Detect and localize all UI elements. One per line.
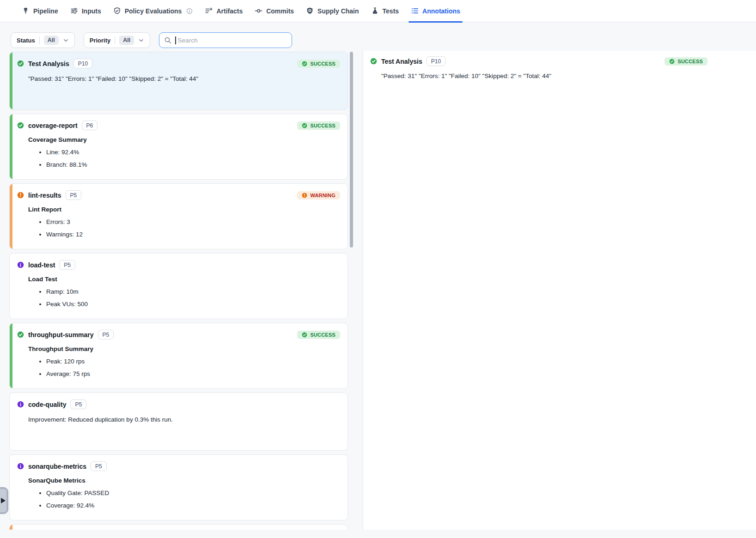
annotation-card[interactable]: load-testP5Load TestRamp: 10mPeak VUs: 5…: [9, 253, 348, 319]
check-circle-icon: [17, 331, 24, 338]
priority-filter-dropdown[interactable]: Priority All: [84, 32, 151, 48]
tab-commits[interactable]: Commits: [249, 0, 300, 22]
chevron-down-icon: [138, 37, 144, 43]
tab-tests[interactable]: Tests: [365, 0, 405, 22]
tab-supply-chain[interactable]: Supply Chain: [300, 0, 365, 22]
bullet-item: Branch: 88.1%: [46, 161, 340, 169]
annotation-card-header: throughput-summaryP5SUCCESS: [17, 330, 340, 339]
annotations-icon: [411, 7, 419, 15]
priority-badge: P5: [59, 260, 75, 270]
inputs-icon: [70, 7, 78, 15]
annotation-bullets: Ramp: 10mPeak VUs: 500: [28, 288, 340, 308]
tab-label: Tests: [383, 7, 399, 15]
check-circle-icon: [370, 58, 377, 65]
tab-label: Supply Chain: [317, 7, 359, 15]
list-plus-icon: [205, 7, 213, 15]
annotation-card[interactable]: quality-gatesP5WARNINGQuality Gates: [9, 524, 348, 530]
bullet-item: Line: 92.4%: [46, 148, 340, 157]
annotation-card-body: "Passed: 31" "Errors: 1" "Failed: 10" "S…: [28, 74, 340, 84]
scrollbar-thumb[interactable]: [350, 52, 353, 248]
bullet-item: Peak VUs: 500: [46, 300, 340, 308]
status-filter-value: All: [44, 36, 59, 45]
annotation-card-header: sonarqube-metricsP5: [17, 461, 340, 471]
annotation-card[interactable]: throughput-summaryP5SUCCESSThroughput Su…: [9, 323, 348, 389]
annotation-card[interactable]: coverage-reportP6SUCCESSCoverage Summary…: [9, 114, 348, 180]
warning-circle-icon: [17, 192, 24, 199]
annotation-card[interactable]: sonarqube-metricsP5SonarQube MetricsQual…: [9, 454, 348, 520]
shield-check-icon: [113, 7, 121, 15]
tab-inputs[interactable]: Inputs: [64, 0, 107, 22]
detail-body: "Passed: 31" "Errors: 1" "Failed: 10" "S…: [381, 72, 749, 81]
annotation-card-body: Load TestRamp: 10mPeak VUs: 500: [28, 276, 340, 308]
annotation-bullets: Peak: 120 rpsAverage: 75 rps: [28, 357, 340, 378]
status-filter-dropdown[interactable]: Status All: [11, 32, 75, 48]
annotation-detail-panel: Test Analysis P10 SUCCESS "Passed: 31" "…: [363, 51, 756, 530]
annotation-card-header: coverage-reportP6SUCCESS: [17, 121, 340, 130]
search-icon: [164, 36, 171, 44]
annotation-title: throughput-summary: [28, 331, 94, 339]
status-badge: SUCCESS: [297, 331, 340, 339]
annotation-text: Improvement: Reduced duplication by 0.3%…: [28, 415, 340, 424]
annotation-title: sonarqube-metrics: [28, 463, 86, 470]
annotation-title: load-test: [28, 261, 55, 269]
detail-header: Test Analysis P10 SUCCESS: [370, 56, 749, 66]
annotation-card-body: Throughput SummaryPeak: 120 rpsAverage: …: [28, 345, 340, 378]
scrollbar: [350, 51, 353, 530]
bullet-item: Quality Gate: PASSED: [46, 489, 340, 497]
tab-label: Inputs: [82, 7, 101, 15]
annotation-title: coverage-report: [28, 122, 78, 129]
annotation-heading: Throughput Summary: [28, 345, 340, 352]
priority-badge: P5: [70, 399, 86, 409]
detail-text: "Passed: 31" "Errors: 1" "Failed: 10" "S…: [381, 72, 749, 81]
tab-pipeline[interactable]: Pipeline: [16, 0, 64, 22]
annotation-bullets: Errors: 3Warnings: 12: [28, 218, 340, 238]
annotation-heading: Coverage Summary: [28, 136, 340, 143]
search-box: [159, 32, 292, 48]
filter-bar: Status All Priority All: [0, 22, 756, 51]
tab-artifacts[interactable]: Artifacts: [199, 0, 249, 22]
warning-circle-icon: [302, 193, 307, 198]
tab-annotations[interactable]: Annotations: [405, 0, 466, 22]
check-circle-icon: [302, 332, 307, 338]
priority-badge: P5: [91, 461, 107, 471]
annotation-card-header: lint-resultsP5WARNING: [17, 190, 340, 200]
annotation-bullets: Quality Gate: PASSEDCoverage: 92.4%: [28, 489, 340, 509]
pipeline-icon: [22, 7, 30, 15]
tab-label: Annotations: [422, 7, 460, 15]
check-circle-icon: [17, 60, 24, 67]
supply-chain-icon: [306, 7, 314, 15]
annotation-card-header: load-testP5: [17, 260, 340, 270]
priority-badge: P5: [66, 190, 82, 200]
check-circle-icon: [669, 59, 675, 64]
bullet-item: Errors: 3: [46, 218, 340, 226]
bullet-item: Warnings: 12: [46, 230, 340, 239]
check-circle-icon: [302, 61, 307, 66]
annotation-text: "Passed: 31" "Errors: 1" "Failed: 10" "S…: [28, 74, 340, 84]
annotation-card-header: code-qualityP5: [17, 399, 340, 409]
expand-sidebar-button[interactable]: [0, 487, 8, 514]
annotation-card[interactable]: code-qualityP5Improvement: Reduced dupli…: [9, 393, 348, 451]
search-input[interactable]: [178, 37, 287, 44]
status-filter-label: Status: [17, 37, 35, 44]
check-circle-icon: [17, 122, 24, 129]
tab-label: Commits: [266, 7, 294, 15]
annotation-title: lint-results: [28, 192, 61, 199]
annotation-card[interactable]: lint-resultsP5WARNINGLint ReportErrors: …: [9, 183, 348, 249]
check-circle-icon: [302, 123, 307, 128]
bullet-item: Ramp: 10m: [46, 288, 340, 296]
info-circle-icon: [17, 401, 24, 408]
annotation-heading: SonarQube Metrics: [28, 477, 340, 484]
tab-policy-evaluations[interactable]: Policy Evaluations: [107, 0, 199, 22]
priority-filter-value: All: [119, 36, 134, 45]
annotation-bullets: Line: 92.4%Branch: 88.1%: [28, 148, 340, 169]
annotation-card-body: Coverage SummaryLine: 92.4%Branch: 88.1%: [28, 136, 340, 169]
info-circle-icon: [17, 261, 24, 268]
content-area: Test AnalysisP10SUCCESS"Passed: 31" "Err…: [0, 51, 756, 530]
info-circle-icon: [17, 463, 24, 470]
priority-badge: P5: [98, 330, 114, 339]
flask-icon: [371, 7, 379, 15]
priority-badge: P6: [82, 121, 98, 130]
top-navigation: PipelineInputsPolicy EvaluationsArtifact…: [0, 0, 756, 22]
text-cursor: [175, 36, 176, 44]
annotation-card[interactable]: Test AnalysisP10SUCCESS"Passed: 31" "Err…: [9, 52, 348, 110]
